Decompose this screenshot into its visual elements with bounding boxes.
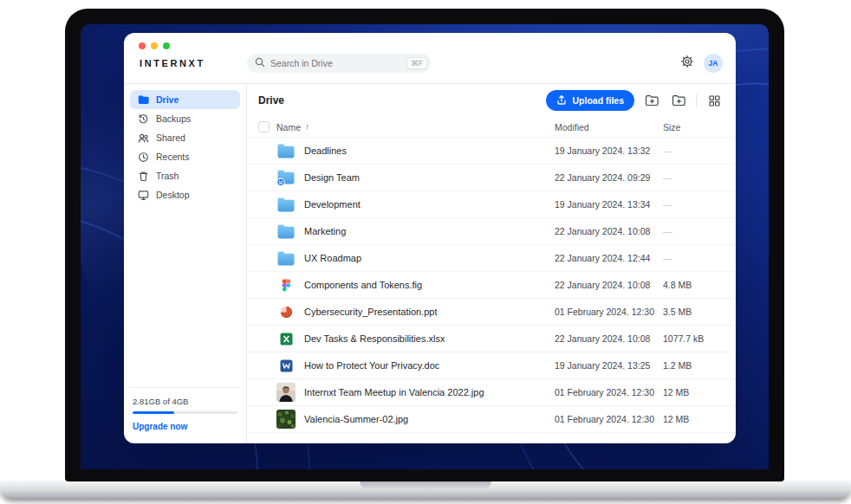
- file-name: Components and Tokens.fig: [304, 280, 422, 290]
- powerpoint-icon: [276, 302, 296, 321]
- grid-view-toggle[interactable]: [705, 92, 724, 109]
- table-row[interactable]: Development19 January 2024. 13:34—: [247, 191, 736, 218]
- folder-shared-icon: [276, 168, 296, 187]
- image-leaves-icon: [276, 410, 296, 429]
- excel-icon: [276, 329, 296, 348]
- table-row[interactable]: Cybersecurity_Presentation.ppt01 Februar…: [247, 299, 736, 326]
- file-name-cell: Cybersecurity_Presentation.ppt: [276, 302, 555, 321]
- table-header: Name ↑ Modified Size: [247, 117, 736, 138]
- file-name: Design Team: [304, 172, 360, 183]
- column-header-modified[interactable]: Modified: [555, 122, 663, 132]
- modified-date: 19 January 2024. 13:34: [555, 199, 663, 210]
- file-size: —: [663, 199, 729, 210]
- trash-icon: [137, 171, 149, 182]
- file-name-cell: UX Roadmap: [276, 249, 555, 268]
- upload-folder-button[interactable]: [642, 92, 661, 109]
- internxt-drive-window: INTERNXT Search in Drive ⌘F: [124, 33, 736, 443]
- file-size: 4.8 MB: [663, 280, 729, 290]
- file-name-cell: Dev Tasks & Responsibilities.xlsx: [276, 329, 555, 348]
- select-all-checkbox[interactable]: [258, 121, 270, 132]
- table-row[interactable]: Internxt Team Meetup in Valencia 2022.jp…: [247, 379, 736, 406]
- sort-ascending-icon: ↑: [305, 122, 309, 132]
- sidebar-item-drive[interactable]: Drive: [130, 90, 240, 109]
- page-title: Drive: [258, 94, 284, 107]
- file-name-cell: Deadlines: [276, 141, 555, 160]
- file-name: Deadlines: [304, 145, 347, 156]
- sidebar-item-label: Shared: [156, 132, 185, 143]
- table-row[interactable]: Components and Tokens.fig22 January 2024…: [247, 272, 736, 299]
- column-header-size[interactable]: Size: [663, 122, 729, 132]
- sidebar-item-label: Trash: [156, 171, 179, 181]
- modified-date: 19 January 2024. 13:25: [555, 360, 663, 371]
- file-name: Dev Tasks & Responsibilities.xlsx: [304, 333, 445, 344]
- file-name: Development: [304, 199, 361, 210]
- figma-icon: [276, 275, 296, 294]
- sidebar-item-backups[interactable]: Backups: [130, 109, 240, 128]
- folder-icon: [276, 195, 296, 214]
- sidebar-item-recents[interactable]: Recents: [130, 147, 240, 166]
- backups-icon: [137, 113, 149, 125]
- storage-panel: 2.81GB of 4GB Upgrade now: [130, 387, 240, 433]
- desktop-icon: [137, 190, 149, 201]
- folder-icon: [276, 222, 296, 241]
- sidebar-item-trash[interactable]: Trash: [130, 166, 240, 185]
- modified-date: 01 February 2024. 12:30: [555, 387, 663, 397]
- file-name: Valencia-Summer-02.jpg: [304, 414, 408, 424]
- file-name: Internxt Team Meetup in Valencia 2022.jp…: [304, 387, 484, 397]
- file-size: 1.2 MB: [663, 360, 729, 371]
- upgrade-now-link[interactable]: Upgrade now: [133, 422, 237, 431]
- file-name-cell: Marketing: [276, 222, 555, 241]
- sidebar-item-label: Backups: [156, 113, 191, 124]
- laptop-base-notch: [360, 481, 491, 489]
- file-size: —: [663, 172, 729, 183]
- file-name-cell: Development: [276, 195, 555, 214]
- sidebar-item-label: Recents: [156, 152, 190, 162]
- table-row[interactable]: Marketing22 January 2024. 10:08—: [247, 218, 736, 245]
- file-name-cell: How to Protect Your Privacy.doc: [276, 356, 555, 375]
- folder-icon: [276, 141, 296, 160]
- upload-icon: [556, 94, 567, 107]
- shared-icon: [137, 132, 149, 144]
- table-row[interactable]: Design Team22 January 2024. 09:29—: [247, 165, 736, 191]
- image-person-icon: [276, 383, 296, 402]
- sidebar-nav: DriveBackupsSharedRecentsTrashDesktop: [130, 90, 240, 204]
- file-size: —: [663, 253, 729, 263]
- sidebar-item-desktop[interactable]: Desktop: [130, 185, 240, 204]
- file-size: 1077.7 kB: [663, 333, 729, 344]
- internxt-logo: INTERNXT: [124, 58, 247, 68]
- modified-date: 22 January 2024. 12:44: [555, 253, 663, 263]
- sidebar-item-shared[interactable]: Shared: [130, 128, 240, 147]
- column-header-name[interactable]: Name ↑: [276, 122, 555, 132]
- user-avatar[interactable]: JA: [704, 54, 723, 73]
- drive-icon: [137, 94, 149, 106]
- file-name: Marketing: [304, 226, 346, 236]
- word-icon: [276, 356, 296, 375]
- table-row[interactable]: How to Protect Your Privacy.doc19 Januar…: [247, 352, 736, 379]
- file-size: —: [663, 145, 729, 156]
- table-row[interactable]: Deadlines19 January 2024. 13:32—: [247, 138, 736, 165]
- search-input[interactable]: Search in Drive ⌘F: [247, 54, 431, 73]
- create-folder-button[interactable]: [669, 92, 688, 109]
- storage-usage-label: 2.81GB of 4GB: [133, 397, 237, 406]
- storage-progress-fill: [133, 411, 174, 414]
- upload-files-button[interactable]: Upload files: [546, 90, 634, 111]
- table-row[interactable]: Valencia-Summer-02.jpg01 February 2024. …: [247, 406, 736, 433]
- storage-progress-bar: [133, 411, 237, 414]
- window-header: INTERNXT Search in Drive ⌘F: [124, 33, 736, 84]
- upload-files-label: Upload files: [572, 95, 624, 106]
- modified-date: 01 February 2024. 12:30: [555, 414, 663, 424]
- content-actions: Upload files: [546, 90, 724, 111]
- modified-date: 22 January 2024. 10:08: [555, 280, 663, 290]
- search-placeholder: Search in Drive: [270, 58, 401, 68]
- header-actions: JA: [680, 54, 736, 73]
- sidebar-item-label: Desktop: [156, 190, 190, 200]
- desktop-wallpaper: INTERNXT Search in Drive ⌘F: [81, 24, 769, 469]
- modified-date: 22 January 2024. 10:08: [555, 226, 663, 236]
- table-row[interactable]: Dev Tasks & Responsibilities.xlsx22 Janu…: [247, 326, 736, 352]
- table-row[interactable]: UX Roadmap22 January 2024. 12:44—: [247, 245, 736, 272]
- toolbar-divider: [696, 94, 697, 107]
- file-name: How to Protect Your Privacy.doc: [304, 360, 439, 371]
- settings-gear-icon[interactable]: [680, 55, 694, 72]
- window-body: DriveBackupsSharedRecentsTrashDesktop 2.…: [124, 84, 736, 443]
- sidebar: DriveBackupsSharedRecentsTrashDesktop 2.…: [124, 84, 247, 443]
